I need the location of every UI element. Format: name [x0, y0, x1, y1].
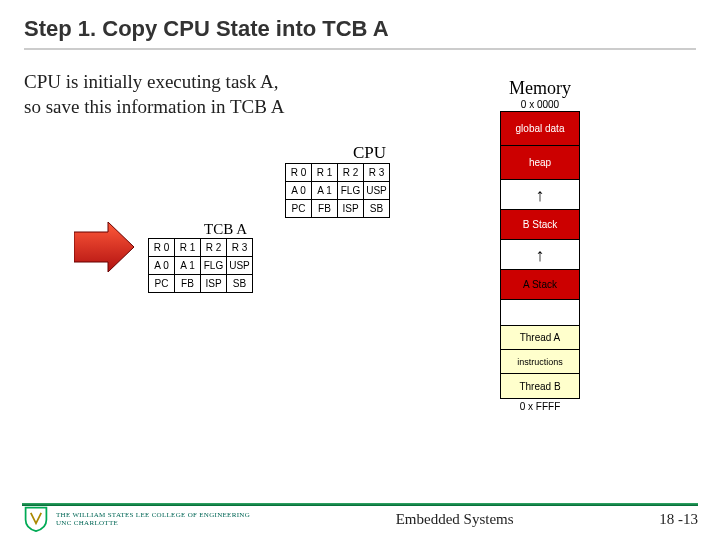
cpu-cell: R 1 — [312, 164, 338, 182]
tcb-label: TCB A — [148, 221, 253, 238]
footer: THE WILLIAM STATES LEE COLLEGE of ENGINE… — [0, 506, 720, 532]
memory-seg-thread-a: Thread A — [501, 326, 579, 350]
memory-seg-instructions: instructions — [501, 350, 579, 374]
tcb-block: TCB A R 0 R 1 R 2 R 3 A 0 A 1 FLG USP PC… — [148, 221, 253, 293]
memory-start-addr: 0 x 0000 — [480, 99, 600, 110]
tcb-cell: SB — [227, 275, 253, 293]
cpu-cell: R 3 — [364, 164, 390, 182]
footer-center: Embedded Systems — [396, 511, 514, 528]
cpu-cell: SB — [364, 200, 390, 218]
tcb-cell: FLG — [201, 257, 227, 275]
memory-seg-gap: ↑ — [501, 180, 579, 210]
tcb-cell: R 3 — [227, 239, 253, 257]
memory-column: global data heap ↑ B Stack ↑ A Stack Thr… — [500, 111, 580, 399]
cpu-register-table: R 0 R 1 R 2 R 3 A 0 A 1 FLG USP PC FB IS… — [285, 163, 390, 218]
org-text: THE WILLIAM STATES LEE COLLEGE of ENGINE… — [56, 511, 250, 527]
tcb-cell: ISP — [201, 275, 227, 293]
cpu-label: CPU — [285, 143, 390, 163]
tcb-cell: R 0 — [149, 239, 175, 257]
memory-seg-gap: ↑ — [501, 240, 579, 270]
memory-seg-heap: heap — [501, 146, 579, 180]
tcb-cell: R 1 — [175, 239, 201, 257]
tcb-cell: PC — [149, 275, 175, 293]
cpu-cell: FB — [312, 200, 338, 218]
memory-end-addr: 0 x FFFF — [480, 401, 600, 412]
tcb-cell: FB — [175, 275, 201, 293]
cpu-cell: R 2 — [338, 164, 364, 182]
memory-seg-bstack: B Stack — [501, 210, 579, 240]
cpu-cell: A 1 — [312, 182, 338, 200]
tcb-cell: R 2 — [201, 239, 227, 257]
memory-block: Memory 0 x 0000 global data heap ↑ B Sta… — [480, 78, 600, 412]
memory-seg-gap — [501, 300, 579, 326]
cpu-cell: A 0 — [286, 182, 312, 200]
memory-seg-astack: A Stack — [501, 270, 579, 300]
footer-page: 18 -13 — [659, 511, 698, 528]
cpu-cell: R 0 — [286, 164, 312, 182]
org-logo: THE WILLIAM STATES LEE COLLEGE of ENGINE… — [22, 506, 250, 532]
crest-icon — [22, 506, 50, 532]
subtitle: CPU is initially executing task A, so sa… — [24, 70, 424, 119]
memory-title: Memory — [480, 78, 600, 99]
cpu-block: CPU R 0 R 1 R 2 R 3 A 0 A 1 FLG USP PC F… — [285, 143, 390, 218]
memory-seg-thread-b: Thread B — [501, 374, 579, 398]
subtitle-line1: CPU is initially executing task A, — [24, 71, 278, 92]
up-arrow-icon: ↑ — [536, 186, 545, 204]
up-arrow-icon: ↑ — [536, 246, 545, 264]
tcb-cell: A 0 — [149, 257, 175, 275]
subtitle-line2: so save this information in TCB A — [24, 96, 284, 117]
copy-arrow-icon — [74, 222, 134, 272]
cpu-cell: USP — [364, 182, 390, 200]
cpu-cell: ISP — [338, 200, 364, 218]
memory-seg-globals: global data — [501, 112, 579, 146]
tcb-cell: USP — [227, 257, 253, 275]
cpu-cell: FLG — [338, 182, 364, 200]
svg-marker-0 — [74, 222, 134, 272]
tcb-cell: A 1 — [175, 257, 201, 275]
tcb-register-table: R 0 R 1 R 2 R 3 A 0 A 1 FLG USP PC FB IS… — [148, 238, 253, 293]
page-title: Step 1. Copy CPU State into TCB A — [24, 16, 696, 50]
cpu-cell: PC — [286, 200, 312, 218]
